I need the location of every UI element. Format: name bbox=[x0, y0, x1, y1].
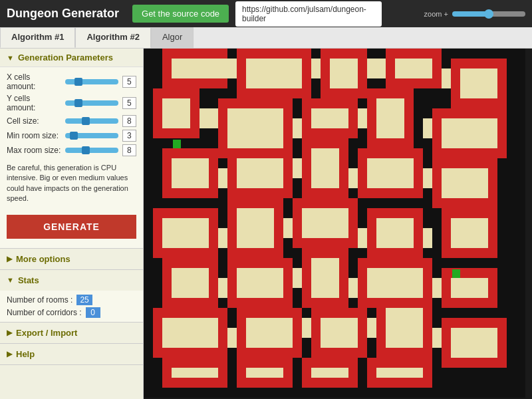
more-options-arrow-icon: ▶ bbox=[7, 255, 12, 263]
x-cells-slider[interactable] bbox=[65, 79, 118, 84]
more-options-header[interactable]: ▶ More options bbox=[0, 249, 143, 269]
corridors-stat-label: Number of corridors : bbox=[7, 308, 82, 317]
rooms-stat-value: 25 bbox=[76, 295, 92, 305]
generation-params-header[interactable]: ▼ Generation Parameters bbox=[0, 49, 143, 67]
tabs-bar: Algorithm #1 Algorithm #2 Algor bbox=[0, 27, 532, 49]
stats-header[interactable]: ▼ Stats bbox=[0, 270, 143, 291]
corridors-stat-row: Number of corridors : 0 bbox=[7, 307, 136, 318]
tab-algorithm-3[interactable]: Algor bbox=[151, 27, 194, 48]
rooms-stat-label: Number of rooms : bbox=[7, 295, 72, 305]
y-cells-value: 5 bbox=[122, 97, 136, 109]
min-room-row: Min room size: 3 bbox=[7, 130, 136, 142]
zoom-slider[interactable] bbox=[452, 11, 525, 17]
source-code-button[interactable]: Get the source code bbox=[132, 5, 229, 23]
min-room-label: Min room size: bbox=[7, 131, 61, 140]
zoom-container: zoom + bbox=[424, 10, 525, 18]
github-url-display: https://github.com/julsam/dungeon-builde… bbox=[235, 1, 382, 27]
max-room-value: 8 bbox=[122, 144, 136, 156]
y-cells-slider[interactable] bbox=[65, 100, 118, 106]
max-room-label: Max room size: bbox=[7, 146, 61, 155]
dungeon-canvas bbox=[144, 49, 532, 399]
help-section: ▶ Help bbox=[0, 344, 143, 365]
max-room-slider[interactable] bbox=[65, 148, 118, 153]
zoom-label: zoom + bbox=[424, 10, 448, 18]
stats-arrow-icon: ▼ bbox=[7, 276, 14, 284]
cell-size-label: Cell size: bbox=[7, 116, 61, 126]
max-room-row: Max room size: 8 bbox=[7, 144, 136, 156]
export-import-section: ▶ Export / Import bbox=[0, 323, 143, 344]
app-title: Dungeon Generator bbox=[7, 7, 119, 21]
export-import-arrow-icon: ▶ bbox=[7, 329, 12, 337]
y-cells-row: Y cells amount: 5 bbox=[7, 94, 136, 112]
x-cells-value: 5 bbox=[122, 76, 136, 88]
y-cells-label: Y cells amount: bbox=[7, 94, 61, 112]
sidebar: ▼ Generation Parameters X cells amount: … bbox=[0, 49, 144, 399]
header: Dungeon Generator Get the source code ht… bbox=[0, 0, 532, 27]
help-label: Help bbox=[16, 349, 35, 359]
gen-params-arrow-icon: ▼ bbox=[7, 54, 14, 62]
generation-params-section: ▼ Generation Parameters X cells amount: … bbox=[0, 49, 143, 249]
x-cells-label: X cells amount: bbox=[7, 72, 61, 91]
corridors-stat-value: 0 bbox=[86, 307, 100, 318]
rooms-stat-row: Number of rooms : 25 bbox=[7, 295, 136, 305]
export-import-label: Export / Import bbox=[16, 328, 77, 338]
min-room-value: 3 bbox=[122, 130, 136, 142]
tab-algorithm-2[interactable]: Algorithm #2 bbox=[75, 27, 150, 48]
min-room-slider[interactable] bbox=[65, 133, 118, 138]
stats-label: Stats bbox=[18, 275, 39, 285]
generation-params-content: X cells amount: 5 Y cells amount: 5 Cell… bbox=[0, 67, 143, 248]
generation-params-label: Generation Parameters bbox=[18, 53, 113, 63]
cell-size-row: Cell size: 8 bbox=[7, 115, 136, 127]
tab-algorithm-1[interactable]: Algorithm #1 bbox=[0, 27, 75, 48]
dungeon-canvas-area[interactable] bbox=[144, 49, 532, 399]
main-layout: ▼ Generation Parameters X cells amount: … bbox=[0, 49, 532, 399]
help-arrow-icon: ▶ bbox=[7, 350, 12, 358]
cell-size-value: 8 bbox=[122, 115, 136, 127]
stats-section: ▼ Stats Number of rooms : 25 Number of c… bbox=[0, 270, 143, 323]
more-options-label: More options bbox=[16, 254, 70, 264]
cell-size-slider[interactable] bbox=[65, 118, 118, 124]
export-import-header[interactable]: ▶ Export / Import bbox=[0, 323, 143, 343]
stats-content: Number of rooms : 25 Number of corridors… bbox=[0, 291, 143, 322]
more-options-section: ▶ More options bbox=[0, 249, 143, 270]
help-header[interactable]: ▶ Help bbox=[0, 344, 143, 364]
warning-text: Be careful, this generation is CPU inten… bbox=[7, 163, 136, 204]
generate-button[interactable]: GENERATE bbox=[7, 215, 136, 239]
x-cells-row: X cells amount: 5 bbox=[7, 72, 136, 91]
